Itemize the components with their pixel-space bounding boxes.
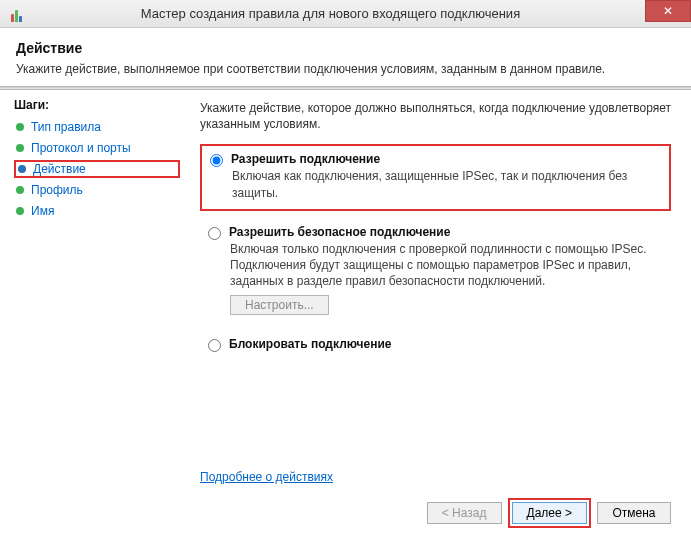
sidebar-item-label: Тип правила [31, 120, 101, 134]
steps-sidebar: Шаги: Тип правила Протокол и порты Дейст… [0, 90, 190, 544]
configure-button: Настроить... [230, 295, 329, 315]
window-title: Мастер создания правила для нового входя… [30, 6, 691, 21]
steps-heading: Шаги: [14, 98, 180, 112]
option-block-connection: Блокировать подключение [200, 331, 671, 361]
sidebar-item-label: Протокол и порты [31, 141, 131, 155]
bullet-icon [18, 165, 26, 173]
sidebar-item-label: Имя [31, 204, 54, 218]
firewall-app-icon [8, 6, 24, 22]
sidebar-item-label: Профиль [31, 183, 83, 197]
radio-input-block[interactable] [208, 339, 221, 352]
back-button: < Назад [427, 502, 502, 524]
option-title: Разрешить безопасное подключение [229, 225, 450, 239]
learn-more-link[interactable]: Подробнее о действиях [200, 470, 333, 484]
option-title: Разрешить подключение [231, 152, 380, 166]
radio-input-allow[interactable] [210, 154, 223, 167]
option-allow-connection: Разрешить подключение Включая как подклю… [200, 144, 671, 210]
sidebar-item-protocol-ports[interactable]: Протокол и порты [14, 139, 180, 157]
wizard-header: Действие Укажите действие, выполняемое п… [0, 28, 691, 86]
bullet-icon [16, 144, 24, 152]
page-title: Действие [16, 40, 675, 56]
next-button[interactable]: Далее > [512, 502, 588, 524]
instruction-text: Укажите действие, которое должно выполня… [200, 100, 671, 132]
bullet-icon [16, 123, 24, 131]
close-button[interactable]: ✕ [645, 0, 691, 22]
sidebar-item-action[interactable]: Действие [14, 160, 180, 178]
radio-block-connection[interactable]: Блокировать подключение [206, 337, 663, 353]
option-title: Блокировать подключение [229, 337, 392, 351]
option-desc: Включая как подключения, защищенные IPSe… [232, 168, 661, 200]
close-icon: ✕ [663, 4, 673, 18]
radio-allow-secure[interactable]: Разрешить безопасное подключение [206, 225, 663, 241]
sidebar-item-profile[interactable]: Профиль [14, 181, 180, 199]
main-panel: Укажите действие, которое должно выполня… [190, 90, 691, 544]
sidebar-item-name[interactable]: Имя [14, 202, 180, 220]
sidebar-item-rule-type[interactable]: Тип правила [14, 118, 180, 136]
bullet-icon [16, 207, 24, 215]
sidebar-item-label: Действие [33, 162, 86, 176]
bullet-icon [16, 186, 24, 194]
radio-input-secure[interactable] [208, 227, 221, 240]
cancel-button[interactable]: Отмена [597, 502, 671, 524]
radio-allow-connection[interactable]: Разрешить подключение [208, 152, 661, 168]
option-desc: Включая только подключения с проверкой п… [230, 241, 663, 290]
learn-more-container: Подробнее о действиях [200, 470, 333, 484]
wizard-footer: < Назад Далее > Отмена [427, 498, 671, 528]
next-button-highlight: Далее > [508, 498, 592, 528]
page-subtitle: Укажите действие, выполняемое при соотве… [16, 62, 675, 76]
option-allow-secure: Разрешить безопасное подключение Включая… [200, 219, 671, 324]
titlebar: Мастер создания правила для нового входя… [0, 0, 691, 28]
